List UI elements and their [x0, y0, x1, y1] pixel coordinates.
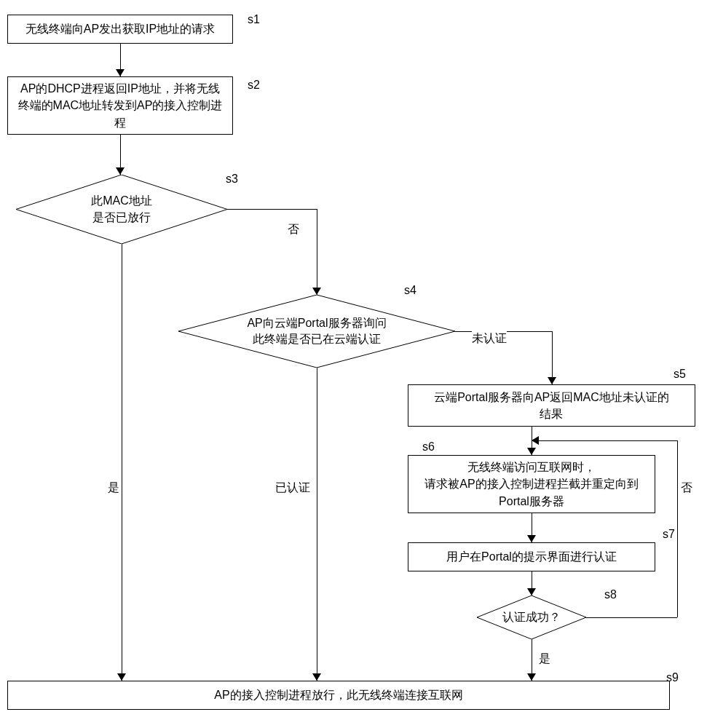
node-s8: 认证成功？	[477, 596, 586, 639]
node-s5: 云端Portal服务器向AP返回MAC地址未认证的 结果	[408, 384, 695, 427]
node-s4-text: AP向云端Portal服务器询问 此终端是否已在云端认证	[178, 295, 455, 368]
node-s1-text: 无线终端向AP发出获取IP地址的请求	[25, 20, 215, 37]
edge-s4-yes-v	[317, 368, 317, 681]
label-s6: s6	[422, 440, 435, 454]
edge-s8-no-h2	[539, 440, 677, 441]
label-s9: s9	[666, 671, 679, 684]
edge-s3-no-v	[317, 209, 317, 295]
label-s7: s7	[663, 528, 675, 541]
node-s5-text: 云端Portal服务器向AP返回MAC地址未认证的 结果	[434, 389, 669, 422]
edge-s3-yes-v	[122, 244, 122, 681]
edge-label-s3-yes: 是	[108, 480, 119, 496]
node-s7-text: 用户在Portal的提示界面进行认证	[446, 548, 617, 565]
edge-label-s4-yes: 已认证	[275, 480, 310, 496]
node-s9: AP的接入控制进程放行，此无线终端连接互联网	[7, 681, 670, 710]
label-s8: s8	[604, 588, 617, 601]
label-s2: s2	[248, 79, 260, 92]
label-s4: s4	[404, 284, 416, 297]
edge-label-s8-yes: 是	[539, 652, 550, 667]
node-s9-text: AP的接入控制进程放行，此无线终端连接互联网	[214, 687, 462, 703]
node-s2: AP的DHCP进程返回IP地址，并将无线终端的MAC地址转发到AP的接入控制进程	[7, 76, 233, 135]
edge-s8-no-h1	[586, 617, 677, 618]
node-s6-text: 无线终端访问互联网时， 请求被AP的接入控制进程拦截并重定向到 Portal服务…	[424, 459, 638, 510]
edge-label-s8-no: 否	[681, 480, 692, 496]
node-s8-text: 认证成功？	[477, 596, 586, 639]
label-s1: s1	[248, 13, 260, 26]
node-s7: 用户在Portal的提示界面进行认证	[408, 542, 655, 571]
label-s5: s5	[674, 368, 686, 381]
node-s1: 无线终端向AP发出获取IP地址的请求	[7, 15, 233, 44]
edge-s8-no-v	[677, 440, 678, 617]
node-s2-text: AP的DHCP进程返回IP地址，并将无线终端的MAC地址转发到AP的接入控制进程	[15, 80, 225, 131]
edge-label-s4-no: 未认证	[472, 331, 507, 347]
node-s6: 无线终端访问互联网时， 请求被AP的接入控制进程拦截并重定向到 Portal服务…	[408, 455, 655, 513]
node-s3-text: 此MAC地址 是否已放行	[16, 175, 227, 244]
label-s3: s3	[226, 173, 238, 186]
edge-label-s3-no: 否	[288, 222, 299, 237]
edge-s3-no-h	[227, 209, 317, 210]
node-s3: 此MAC地址 是否已放行	[16, 175, 227, 244]
node-s4: AP向云端Portal服务器询问 此终端是否已在云端认证	[178, 295, 455, 368]
